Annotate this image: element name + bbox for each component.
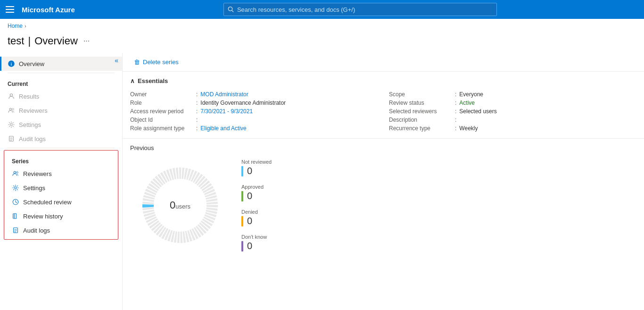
sidebar-item-settings-series[interactable]: Settings bbox=[4, 181, 118, 195]
essentials-label-assignment: Role assignment type bbox=[130, 125, 196, 132]
sidebar-item-auditlogs-series-label: Audit logs bbox=[23, 227, 50, 234]
sidebar-item-results[interactable]: Results bbox=[0, 89, 122, 103]
essentials-label-recurrence: Recurrence type bbox=[389, 125, 455, 132]
essentials-row-period: Access review period : 7/30/2021 - 9/3/2… bbox=[130, 107, 378, 116]
essentials-value-status: Active bbox=[459, 100, 475, 106]
svg-text:i: i bbox=[11, 62, 12, 67]
sidebar-item-reviewers-current-label: Reviewers bbox=[19, 107, 48, 114]
svg-point-11 bbox=[15, 187, 17, 189]
sidebar-divider-2 bbox=[8, 148, 115, 148]
essentials-label-scope: Scope bbox=[389, 91, 455, 98]
essentials-right-col: Scope : Everyone Review status : Active … bbox=[389, 90, 636, 133]
sidebar-item-reviewers-current[interactable]: Reviewers bbox=[0, 103, 122, 117]
donut-center-label: users bbox=[175, 203, 190, 210]
essentials-grid: Owner : MOD Administrator Role : Identit… bbox=[130, 90, 636, 133]
sidebar: « i Overview Current bbox=[0, 53, 123, 310]
delete-series-button[interactable]: 🗑 Delete series bbox=[130, 57, 182, 67]
svg-line-1 bbox=[232, 10, 233, 12]
page-title-resource: test bbox=[8, 35, 24, 47]
sidebar-item-auditlogs-current[interactable]: Audit logs bbox=[0, 132, 122, 146]
sidebar-item-settings-current-label: Settings bbox=[19, 121, 41, 128]
sidebar-item-review-history[interactable]: Review history bbox=[4, 209, 118, 223]
gear-icon-current bbox=[8, 121, 15, 128]
essentials-row-status: Review status : Active bbox=[389, 99, 636, 107]
clipboard-icon-series bbox=[12, 226, 19, 234]
hamburger-menu[interactable] bbox=[6, 6, 14, 13]
page-title-row: test | Overview ··· bbox=[0, 33, 644, 53]
top-navigation: Microsoft Azure bbox=[0, 0, 644, 19]
legend-count-not-reviewed: 0 bbox=[247, 166, 252, 176]
people-icon-series bbox=[12, 170, 19, 177]
svg-point-9 bbox=[14, 171, 16, 173]
sidebar-item-results-label: Results bbox=[19, 93, 39, 100]
sidebar-item-review-history-label: Review history bbox=[23, 213, 63, 220]
sidebar-section-series-label: Series bbox=[4, 152, 118, 167]
clipboard-icon-current bbox=[8, 135, 15, 142]
donut-chart: 0users bbox=[138, 163, 223, 248]
sidebar-item-auditlogs-current-label: Audit logs bbox=[19, 135, 46, 142]
essentials-label-owner: Owner bbox=[130, 91, 196, 98]
essentials-title: Essentials bbox=[138, 77, 168, 84]
sidebar-collapse-button[interactable]: « bbox=[115, 57, 118, 64]
essentials-value-owner: MOD Administrator bbox=[200, 91, 248, 98]
donut-center-value: 0 bbox=[170, 199, 175, 211]
previous-section: Previous 0users bbox=[123, 139, 644, 257]
essentials-value-scope: Everyone bbox=[459, 91, 483, 98]
legend-count-denied: 0 bbox=[247, 216, 252, 226]
essentials-row-reviewers: Selected reviewers : Selected users bbox=[389, 107, 636, 116]
main-layout: « i Overview Current bbox=[0, 53, 644, 310]
sidebar-item-reviewers-series[interactable]: Reviewers bbox=[4, 167, 118, 181]
legend-label-denied: Denied bbox=[241, 209, 272, 215]
breadcrumb-separator: › bbox=[25, 23, 26, 29]
chart-legend: Not reviewed 0 Approved 0 bbox=[241, 159, 272, 251]
book-icon bbox=[12, 212, 19, 220]
sidebar-item-overview-label: Overview bbox=[19, 60, 44, 67]
essentials-row-recurrence: Recurrence type : Weekly bbox=[389, 124, 636, 133]
essentials-label-description: Description bbox=[389, 117, 455, 123]
legend-count-dontknow: 0 bbox=[247, 241, 252, 251]
essentials-label-role: Role bbox=[130, 100, 196, 106]
legend-bar-row-not-reviewed: 0 bbox=[241, 166, 272, 176]
sidebar-item-overview[interactable]: i Overview bbox=[0, 57, 122, 71]
breadcrumb-home[interactable]: Home bbox=[8, 23, 23, 29]
main-content-area: 🗑 Delete series ∧ Essentials Owner : bbox=[123, 53, 644, 310]
previous-label: Previous bbox=[130, 144, 636, 151]
svg-point-6 bbox=[12, 109, 14, 110]
legend-label-dontknow: Don't know bbox=[241, 234, 272, 240]
essentials-value-role: Identity Governance Administrator bbox=[200, 100, 286, 106]
sidebar-item-scheduled-review[interactable]: Scheduled review bbox=[4, 195, 118, 209]
legend-item-not-reviewed: Not reviewed 0 bbox=[241, 159, 272, 176]
search-input[interactable] bbox=[237, 6, 493, 13]
essentials-value-reviewers: Selected users bbox=[459, 108, 496, 115]
essentials-section: ∧ Essentials Owner : MOD Administrator R… bbox=[123, 72, 644, 139]
chart-area: 0users Not reviewed 0 A bbox=[130, 159, 636, 251]
essentials-row-owner: Owner : MOD Administrator bbox=[130, 90, 378, 99]
page-title-separator: | bbox=[28, 35, 31, 47]
sidebar-item-scheduled-review-label: Scheduled review bbox=[23, 199, 72, 206]
gear-icon-series bbox=[12, 184, 19, 192]
svg-point-5 bbox=[9, 108, 11, 110]
essentials-label-status: Review status bbox=[389, 100, 455, 106]
essentials-row-objectid: Object Id : bbox=[130, 116, 378, 124]
donut-center: 0users bbox=[170, 199, 190, 211]
essentials-label-period: Access review period bbox=[130, 108, 196, 115]
delete-series-label: Delete series bbox=[143, 59, 179, 66]
person-icon bbox=[8, 92, 15, 100]
essentials-row-role: Role : Identity Governance Administrator bbox=[130, 99, 378, 107]
legend-bar-denied bbox=[241, 216, 243, 226]
legend-bar-dontknow bbox=[241, 241, 243, 251]
legend-bar-row-dontknow: 0 bbox=[241, 241, 272, 251]
sidebar-item-auditlogs-series[interactable]: Audit logs bbox=[4, 223, 118, 237]
essentials-row-scope: Scope : Everyone bbox=[389, 90, 636, 99]
legend-item-denied: Denied 0 bbox=[241, 209, 272, 226]
sidebar-item-reviewers-series-label: Reviewers bbox=[23, 170, 52, 177]
essentials-label-reviewers: Selected reviewers bbox=[389, 108, 455, 115]
legend-label-approved: Approved bbox=[241, 184, 272, 190]
sidebar-series-section: Series Reviewers bbox=[4, 150, 118, 240]
more-options-button[interactable]: ··· bbox=[83, 37, 90, 45]
info-icon: i bbox=[8, 60, 15, 67]
sidebar-item-settings-current[interactable]: Settings bbox=[0, 117, 122, 132]
search-bar[interactable] bbox=[223, 3, 497, 16]
essentials-header[interactable]: ∧ Essentials bbox=[130, 77, 636, 84]
legend-bar-row-denied: 0 bbox=[241, 216, 272, 226]
